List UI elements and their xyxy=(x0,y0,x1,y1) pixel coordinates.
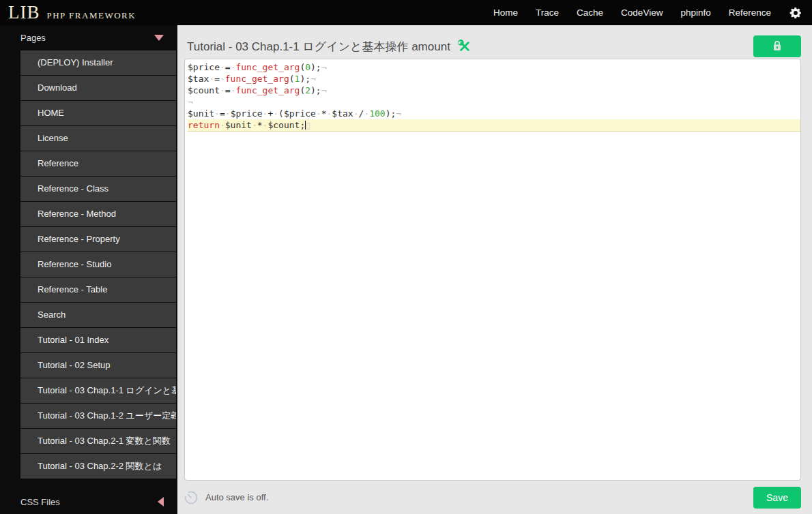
main-area: Tutorial - 03 Chap.1-1 ログインと基本操作 amount xyxy=(177,25,812,514)
triangle-down-icon xyxy=(154,35,164,41)
nav-item-phpinfo[interactable]: phpinfo xyxy=(680,7,710,18)
autosave-status: Auto save is off. xyxy=(205,492,268,502)
sidebar-list: (DEPLOY) InstallerDownloadHOMELicenseRef… xyxy=(0,50,177,479)
nav-item-trace[interactable]: Trace xyxy=(536,7,559,18)
code-area: $price·=·func_get_arg(0);¬$tax·=·func_ge… xyxy=(185,59,800,131)
tools-icon[interactable] xyxy=(458,40,472,53)
code-line: ¬ xyxy=(188,96,800,108)
save-button[interactable]: Save xyxy=(753,487,801,509)
sidebar-item[interactable]: Tutorial - 03 Chap.1-1 ログインと基本操作 xyxy=(20,378,176,403)
top-navbar: LIB PHP FRAMEWORK HomeTraceCacheCodeView… xyxy=(0,0,812,25)
sidebar-item[interactable]: Tutorial - 02 Setup xyxy=(20,353,176,378)
sidebar-item[interactable]: Reference - Property xyxy=(20,227,176,252)
sidebar-item[interactable]: Search xyxy=(20,303,176,327)
logo-subtitle: PHP FRAMEWORK xyxy=(47,10,136,21)
sidebar-item[interactable]: Download xyxy=(20,76,176,100)
sidebar-item[interactable]: Reference - Class xyxy=(20,177,176,201)
sidebar-item[interactable]: HOME xyxy=(20,101,176,125)
nav-item-codeview[interactable]: CodeView xyxy=(621,7,663,18)
sidebar-item[interactable]: Reference - Method xyxy=(20,202,176,226)
sidebar-section-label: Pages xyxy=(20,33,46,43)
lock-button[interactable] xyxy=(753,35,801,57)
code-editor[interactable]: $price·=·func_get_arg(0);¬$tax·=·func_ge… xyxy=(184,59,801,481)
sidebar-item[interactable]: Tutorial - 03 Chap.2-2 関数とは xyxy=(20,454,176,479)
code-line: $count·=·func_get_arg(2);¬ xyxy=(188,85,800,96)
app-logo[interactable]: LIB PHP FRAMEWORK xyxy=(0,3,136,22)
sidebar-item[interactable]: (DEPLOY) Installer xyxy=(20,50,176,75)
nav-menu: HomeTraceCacheCodeViewphpinfoReference xyxy=(493,7,771,18)
sidebar-item[interactable]: Reference - Studio xyxy=(20,252,176,277)
title-row: Tutorial - 03 Chap.1-1 ログインと基本操作 amount xyxy=(177,25,812,59)
sidebar-item[interactable]: Tutorial - 03 Chap.1-2 ユーザー定義関数 xyxy=(20,404,176,428)
code-line: $tax·=·func_get_arg(1);¬ xyxy=(188,73,800,85)
sidebar-section-pages[interactable]: Pages xyxy=(0,25,177,50)
sidebar: Pages (DEPLOY) InstallerDownloadHOMELice… xyxy=(0,25,177,514)
sidebar-section-css-files[interactable]: CSS Files xyxy=(0,489,177,514)
code-line-current: return·$unit·*·$count;▯ xyxy=(188,119,800,131)
page-title: Tutorial - 03 Chap.1-1 ログインと基本操作 amount xyxy=(187,39,450,55)
nav-item-cache[interactable]: Cache xyxy=(577,7,603,18)
code-line: $price·=·func_get_arg(0);¬ xyxy=(188,61,800,73)
clock-icon[interactable] xyxy=(183,489,199,506)
sidebar-item[interactable]: License xyxy=(20,126,176,151)
nav-item-home[interactable]: Home xyxy=(493,7,518,18)
logo-title: LIB xyxy=(8,3,40,22)
sidebar-section-label: CSS Files xyxy=(20,497,60,507)
sidebar-item[interactable]: Reference - Table xyxy=(20,277,176,302)
code-line: $unit·=·$price·+·($price·*·$tax·/·100);¬ xyxy=(188,108,800,119)
sidebar-item[interactable]: Reference xyxy=(20,151,176,176)
sidebar-item[interactable]: Tutorial - 01 Index xyxy=(20,328,176,352)
status-bar: Auto save is off. Save xyxy=(177,481,812,514)
lock-icon xyxy=(772,40,782,53)
gear-icon[interactable] xyxy=(789,6,802,20)
triangle-left-icon xyxy=(158,497,164,507)
nav-item-reference[interactable]: Reference xyxy=(729,7,771,18)
sidebar-item[interactable]: Tutorial - 03 Chap.2-1 変数と関数 xyxy=(20,429,176,453)
